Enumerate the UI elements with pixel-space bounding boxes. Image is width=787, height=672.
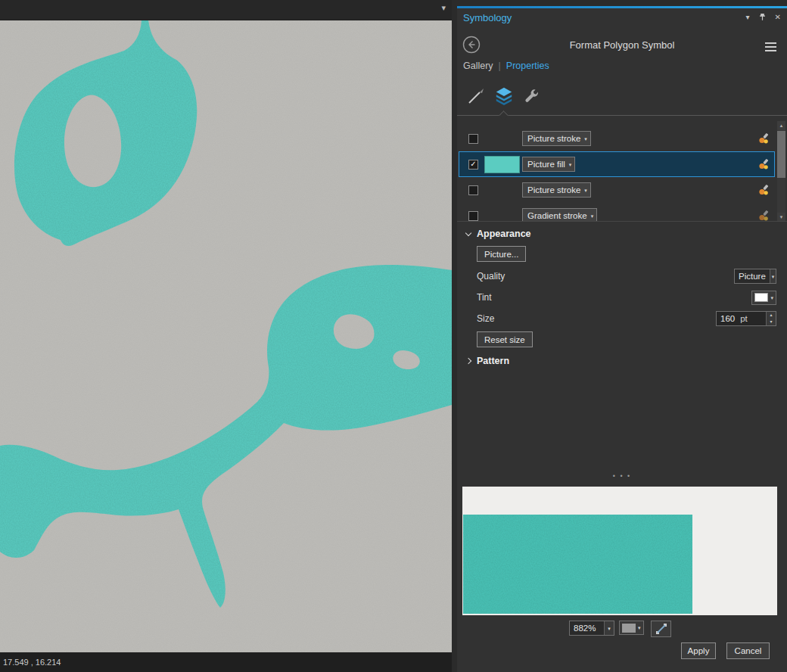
scrollbar-thumb[interactable] [777,131,785,178]
appearance-section-header[interactable]: Appearance [466,229,531,239]
size-row: Size 160 pt ▴ ▾ [477,310,776,327]
wrench-icon [522,87,540,105]
layer-visibility-checkbox[interactable] [468,134,478,144]
page-title: Format Polygon Symbol [457,39,787,51]
layer-color-properties-icon[interactable] [757,210,770,222]
symbol-layer-list: Picture stroke▾ ✓ Picture fill▾ [457,121,787,222]
paintbrush-icon [467,86,487,106]
layer-list-scrollbar[interactable]: ▲ ▼ [777,121,785,222]
map-titlebar: ▾ [0,0,452,20]
size-label: Size [477,313,494,324]
layers-icon [494,86,514,106]
tab-layers[interactable] [493,83,515,109]
action-buttons: Apply Cancel [457,642,787,659]
preview-polygon-swatch [463,515,692,614]
tab-properties[interactable]: Properties [506,61,549,71]
subtab-caret [499,110,509,120]
pane-menu-arrow-icon[interactable]: ▾ [746,14,750,21]
chevron-down-icon: ▾ [772,274,775,279]
layer-swatch[interactable] [484,130,520,148]
tab-structure[interactable] [521,83,542,109]
scroll-up-icon[interactable]: ▲ [777,121,785,130]
tint-color-chip [754,293,768,302]
cancel-button[interactable]: Cancel [726,642,770,659]
zoom-value: 882% [570,624,604,633]
spin-up-icon[interactable]: ▴ [767,312,776,319]
pane-title: Symbology [463,12,512,23]
layer-row-gradient-stroke[interactable]: Gradient stroke▾ [459,203,775,222]
layer-swatch[interactable] [484,182,520,199]
symbology-pane: Symbology ▾ ✕ Format Polygon Symbol Gall… [457,6,787,672]
map-canvas[interactable] [0,20,452,652]
layer-type-dropdown[interactable]: Picture fill▾ [522,157,575,172]
splitter-handle[interactable]: • • • [457,472,787,480]
layer-visibility-checkbox[interactable] [468,211,478,221]
tab-gallery[interactable]: Gallery [463,61,493,71]
size-spinner[interactable]: 160 pt ▴ ▾ [716,311,776,326]
hamburger-icon [765,42,776,44]
layer-type-dropdown[interactable]: Gradient stroke▾ [522,208,597,222]
close-icon[interactable]: ✕ [775,14,781,21]
size-unit: pt [740,314,748,323]
arcgis-pro-screen: ▾ 17.549 , 16.214 Symbology ▾ [0,0,787,672]
apply-button[interactable]: Apply [681,642,716,659]
reset-size-button[interactable]: Reset size [477,331,533,347]
preview-zoom-combo[interactable]: 882% ▾ [569,621,614,636]
quality-dropdown[interactable]: Picture ▾ [734,269,776,284]
layer-row-picture-stroke-2[interactable]: Picture stroke▾ [459,177,775,203]
layer-row-picture-fill[interactable]: ✓ Picture fill▾ [459,151,775,177]
pattern-section-header[interactable]: Pattern [466,356,509,366]
quality-label: Quality [477,271,505,282]
layer-color-properties-icon[interactable] [757,158,770,170]
layer-color-properties-icon[interactable] [757,132,770,145]
quality-row: Quality Picture ▾ [477,268,776,285]
spin-down-icon[interactable]: ▾ [767,319,776,325]
preview-background-color-dropdown[interactable]: ▾ [619,621,644,635]
preview-controls: 882% ▾ ▾ [457,621,787,637]
layer-type-dropdown[interactable]: Picture stroke▾ [522,131,591,146]
properties-subtabs [466,83,542,109]
map-view-window: ▾ 17.549 , 16.214 [0,0,452,672]
preview-toggle-button[interactable] [651,621,671,637]
map-statusbar: 17.549 , 16.214 [0,652,452,672]
layer-type-dropdown[interactable]: Picture stroke▾ [522,182,591,198]
size-value: 160 [717,314,735,323]
tint-label: Tint [477,292,492,303]
preview-background-color-chip [622,624,636,633]
tab-symbol[interactable] [466,83,487,109]
tint-color-dropdown[interactable]: ▾ [751,291,776,305]
check-icon: ✓ [470,160,476,168]
chevron-down-icon: ▾ [770,295,773,300]
tab-separator: | [499,61,501,71]
layer-visibility-checkbox[interactable]: ✓ [468,160,478,170]
chevron-down-icon: ▾ [608,626,611,631]
layer-row-picture-stroke-1[interactable]: Picture stroke▾ [459,126,775,151]
layer-swatch[interactable] [484,207,520,222]
chevron-down-icon [465,229,471,235]
layer-visibility-checkbox[interactable] [468,185,478,195]
symbol-tabs: Gallery | Properties [463,61,549,71]
layer-color-properties-icon[interactable] [757,184,770,196]
cursor-coordinates: 17.549 , 16.214 [3,658,61,667]
diagonal-slash-icon [655,623,667,635]
scroll-down-icon[interactable]: ▼ [777,213,785,222]
collapse-pane-icon[interactable]: ▾ [441,3,446,13]
pane-titlebar: Symbology ▾ ✕ [457,8,787,26]
tint-row: Tint ▾ [477,289,776,306]
picture-button[interactable]: Picture... [477,246,526,262]
pin-icon[interactable] [758,11,767,24]
chevron-down-icon: ▾ [638,625,641,630]
options-menu-button[interactable] [765,42,776,51]
layer-swatch-teal[interactable] [484,156,520,173]
chevron-right-icon [465,358,471,364]
symbol-preview [462,487,777,615]
